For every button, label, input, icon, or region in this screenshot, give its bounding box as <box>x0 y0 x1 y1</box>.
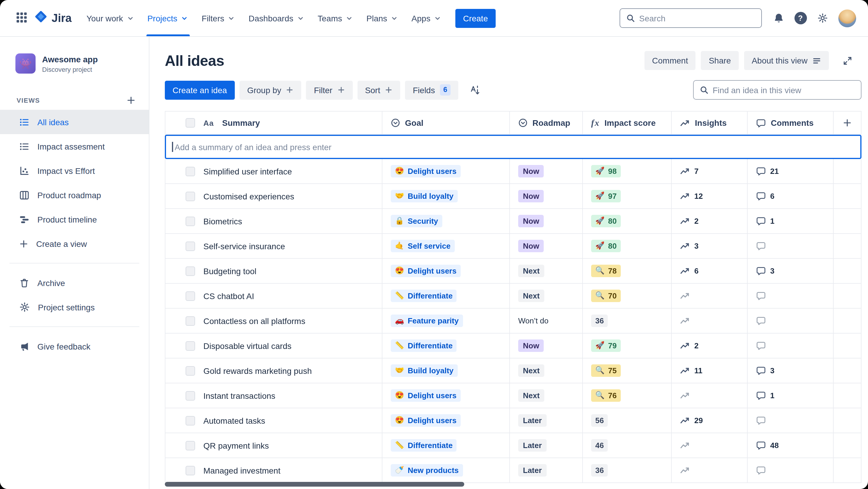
find-idea-search[interactable] <box>693 80 862 100</box>
add-view-button[interactable] <box>124 93 138 107</box>
comment-button[interactable]: Comment <box>645 51 696 70</box>
impact-score-cell[interactable]: 🔍76 <box>583 383 672 408</box>
column-header-insights[interactable]: Insights <box>672 112 748 134</box>
row-checkbox[interactable] <box>186 391 195 400</box>
insights-cell[interactable] <box>672 383 748 408</box>
row-checkbox[interactable] <box>186 291 195 300</box>
row-checkbox[interactable] <box>186 241 195 251</box>
settings-button[interactable] <box>813 9 832 28</box>
impact-score-cell[interactable]: 🔍78 <box>583 259 672 283</box>
impact-score-cell[interactable]: 🔍70 <box>583 284 672 308</box>
comments-cell[interactable] <box>748 458 834 483</box>
sidebar-item-project-settings[interactable]: Project settings <box>0 295 149 319</box>
idea-row[interactable]: Instant transactions😍Delight usersNext🔍7… <box>165 383 862 408</box>
roadmap-cell[interactable]: Won’t do <box>510 309 583 333</box>
idea-row[interactable]: Simplified user interface😍Delight usersN… <box>165 159 862 184</box>
nav-item-your-work[interactable]: Your work <box>80 0 141 36</box>
user-avatar[interactable] <box>838 9 856 27</box>
idea-row[interactable]: Self-service insurance🤙Self serviceNow🚀8… <box>165 234 862 259</box>
idea-row[interactable]: Managed investment🍼New productsLater36 <box>165 458 862 483</box>
project-header[interactable]: 👾 Awesome app Discovery project <box>0 53 149 74</box>
add-idea-row[interactable] <box>165 135 862 159</box>
idea-row[interactable]: Biometrics🔒SecurityNow🚀8021 <box>165 209 862 234</box>
roadmap-cell[interactable]: Next <box>510 358 583 383</box>
summary-cell[interactable]: Automated tasks <box>165 408 382 433</box>
nav-item-plans[interactable]: Plans <box>360 0 405 36</box>
row-checkbox[interactable] <box>186 441 195 450</box>
sidebar-view-impact-vs-effort[interactable]: Impact vs Effort <box>0 159 149 183</box>
impact-score-cell[interactable]: 36 <box>583 309 672 333</box>
row-checkbox[interactable] <box>186 216 195 226</box>
filter-button[interactable]: Filter <box>306 80 352 99</box>
idea-row[interactable]: Disposable virtual cards📏DifferentiateNo… <box>165 334 862 358</box>
column-header-roadmap[interactable]: Roadmap <box>510 112 583 134</box>
summary-cell[interactable]: Customised experiences <box>165 184 382 208</box>
summary-cell[interactable]: Instant transactions <box>165 383 382 408</box>
impact-score-cell[interactable]: 🚀97 <box>583 184 672 208</box>
row-checkbox[interactable] <box>186 366 195 375</box>
impact-score-cell[interactable]: 🚀80 <box>583 209 672 233</box>
global-search-input[interactable] <box>639 13 755 23</box>
comments-cell[interactable] <box>748 284 834 308</box>
summary-cell[interactable]: Self-service insurance <box>165 234 382 258</box>
insights-cell[interactable]: 2 <box>672 209 748 233</box>
goal-cell[interactable]: 🤙Self service <box>382 234 510 258</box>
sort-button[interactable]: Sort <box>357 80 400 99</box>
comments-cell[interactable] <box>748 334 834 358</box>
select-all-checkbox[interactable] <box>186 118 195 127</box>
add-column-button[interactable] <box>834 112 862 134</box>
nav-item-filters[interactable]: Filters <box>195 0 242 36</box>
jira-logo[interactable]: Jira <box>34 10 72 26</box>
summary-cell[interactable]: Managed investment <box>165 458 382 483</box>
rank-sort-button[interactable] <box>466 80 485 99</box>
roadmap-cell[interactable]: Later <box>510 433 583 458</box>
comments-cell[interactable]: 6 <box>748 184 834 208</box>
sidebar-view-impact-assesment[interactable]: Impact assesment <box>0 134 149 159</box>
comments-cell[interactable]: 3 <box>748 259 834 283</box>
column-header-goal[interactable]: Goal <box>382 112 510 134</box>
insights-cell[interactable]: 29 <box>672 408 748 433</box>
summary-cell[interactable]: CS chatbot AI <box>165 284 382 308</box>
goal-cell[interactable]: 📏Differentiate <box>382 284 510 308</box>
create-idea-button[interactable]: Create an idea <box>165 80 235 99</box>
summary-cell[interactable]: Simplified user interface <box>165 159 382 183</box>
nav-item-apps[interactable]: Apps <box>405 0 448 36</box>
idea-row[interactable]: CS chatbot AI📏DifferentiateNext🔍70 <box>165 284 862 309</box>
nav-item-teams[interactable]: Teams <box>311 0 360 36</box>
insights-cell[interactable]: 12 <box>672 184 748 208</box>
column-header-summary[interactable]: Aa Summary <box>165 112 382 134</box>
comments-cell[interactable] <box>748 309 834 333</box>
idea-row[interactable]: Automated tasks😍Delight usersLater5629 <box>165 408 862 433</box>
insights-cell[interactable] <box>672 309 748 333</box>
group-by-button[interactable]: Group by <box>240 80 302 99</box>
summary-cell[interactable]: Contactless on all platforms <box>165 309 382 333</box>
goal-cell[interactable]: 📏Differentiate <box>382 334 510 358</box>
impact-score-cell[interactable]: 🔍75 <box>583 358 672 383</box>
row-checkbox[interactable] <box>186 316 195 325</box>
nav-item-projects[interactable]: Projects <box>141 0 195 36</box>
fields-button[interactable]: Fields 6 <box>405 80 459 99</box>
insights-cell[interactable] <box>672 284 748 308</box>
roadmap-cell[interactable]: Now <box>510 209 583 233</box>
expand-view-button[interactable] <box>838 51 857 70</box>
insights-cell[interactable]: 11 <box>672 358 748 383</box>
goal-cell[interactable]: 😍Delight users <box>382 259 510 283</box>
insights-cell[interactable]: 7 <box>672 159 748 183</box>
row-checkbox[interactable] <box>186 416 195 425</box>
sidebar-item-archive[interactable]: Archive <box>0 270 149 295</box>
comments-cell[interactable]: 1 <box>748 209 834 233</box>
goal-cell[interactable]: 😍Delight users <box>382 408 510 433</box>
idea-row[interactable]: Contactless on all platforms🚗Feature par… <box>165 309 862 334</box>
insights-cell[interactable] <box>672 433 748 458</box>
summary-cell[interactable]: QR payment links <box>165 433 382 458</box>
summary-cell[interactable]: Biometrics <box>165 209 382 233</box>
impact-score-cell[interactable]: 🚀80 <box>583 234 672 258</box>
roadmap-cell[interactable]: Later <box>510 458 583 483</box>
goal-cell[interactable]: 🤝Build loyalty <box>382 358 510 383</box>
column-header-impact-score[interactable]: fx Impact score <box>583 112 672 134</box>
roadmap-cell[interactable]: Now <box>510 184 583 208</box>
goal-cell[interactable]: 🍼New products <box>382 458 510 483</box>
row-checkbox[interactable] <box>186 192 195 201</box>
idea-row[interactable]: Customised experiences🤝Build loyaltyNow🚀… <box>165 184 862 209</box>
impact-score-cell[interactable]: 36 <box>583 458 672 483</box>
